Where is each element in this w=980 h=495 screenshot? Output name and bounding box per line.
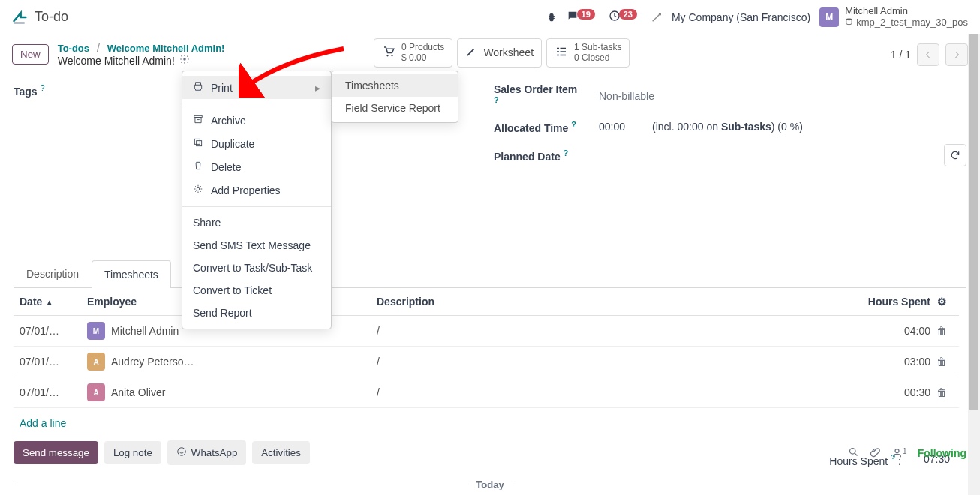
- menu-delete-label: Delete: [211, 161, 241, 173]
- menu-send-sms[interactable]: Send SMS Text Message: [182, 234, 331, 256]
- menu-send-report[interactable]: Send Report: [182, 302, 331, 324]
- svg-point-2: [183, 58, 186, 61]
- alloc-extra-1: (incl. 00:00 on: [652, 121, 721, 133]
- menu-convert-task[interactable]: Convert to Task/Sub-Task: [182, 256, 331, 279]
- menu-print[interactable]: Print ▸: [182, 76, 331, 99]
- add-line-button[interactable]: Add a line: [14, 408, 959, 438]
- app-logo-icon[interactable]: [12, 10, 27, 25]
- stat-worksheet[interactable]: Worksheet: [457, 38, 542, 68]
- cell-date[interactable]: 07/01/…: [20, 386, 80, 398]
- help-icon[interactable]: ?: [564, 148, 569, 158]
- cell-date[interactable]: 07/01/…: [20, 356, 80, 368]
- cell-hours[interactable]: 03:00: [840, 356, 930, 368]
- refresh-button[interactable]: [944, 144, 966, 166]
- cell-description[interactable]: /: [357, 356, 840, 368]
- cell-description[interactable]: /: [357, 325, 840, 337]
- tags-label: Tags: [14, 86, 38, 98]
- menu-convert-ticket-label: Convert to Ticket: [193, 284, 272, 296]
- col-hours[interactable]: Hours Spent: [868, 296, 930, 308]
- settings-icon[interactable]: ⚙: [937, 296, 947, 308]
- svg-point-1: [846, 18, 852, 20]
- tab-description[interactable]: Description: [14, 260, 92, 287]
- alloc-extra-bold: Sub-tasks: [721, 121, 771, 133]
- user-name: Mitchell Admin: [845, 6, 968, 16]
- breadcrumb-root[interactable]: To-dos: [58, 43, 89, 54]
- cell-employee[interactable]: Audrey Peterso…: [111, 356, 194, 368]
- cell-hours[interactable]: 04:00: [840, 325, 930, 337]
- followers-icon[interactable]: 1: [891, 447, 907, 458]
- whatsapp-icon: [176, 446, 187, 459]
- breadcrumb-current[interactable]: Welcome Mitchell Admin!: [107, 43, 225, 54]
- menu-archive-label: Archive: [211, 115, 246, 127]
- menu-add-properties[interactable]: Add Properties: [182, 178, 331, 202]
- menu-add-properties-label: Add Properties: [211, 184, 281, 196]
- whatsapp-button[interactable]: WhatsApp: [167, 440, 247, 465]
- user-menu[interactable]: M Mitchell Admin kmp_2_test_may_30_pos: [819, 6, 968, 28]
- help-icon[interactable]: ?: [571, 120, 576, 129]
- app-title[interactable]: To-do: [35, 9, 68, 25]
- following-button[interactable]: Following: [918, 447, 966, 459]
- sales-order-value[interactable]: Non-billable: [599, 90, 654, 102]
- col-date[interactable]: Date: [20, 296, 42, 308]
- svg-point-4: [391, 55, 392, 56]
- list-icon: [555, 45, 568, 61]
- col-employee[interactable]: Employee: [87, 296, 137, 308]
- cell-employee[interactable]: Anita Oliver: [111, 386, 165, 398]
- svg-point-10: [895, 449, 899, 453]
- scrollbar-thumb[interactable]: [969, 34, 978, 410]
- chat-icon[interactable]: [567, 10, 579, 22]
- search-icon[interactable]: [848, 446, 859, 460]
- planned-date-label: Planned Date: [494, 151, 561, 163]
- trash-icon: [193, 160, 203, 173]
- cell-description[interactable]: /: [357, 386, 840, 398]
- stat-products-top: 0 Products: [401, 42, 444, 52]
- menu-convert-task-label: Convert to Task/Sub-Task: [193, 262, 312, 274]
- attachment-icon[interactable]: [870, 446, 881, 460]
- pager-text[interactable]: 1 / 1: [891, 49, 911, 61]
- trash-icon[interactable]: 🗑: [936, 386, 947, 398]
- breadcrumb-sep: /: [92, 42, 104, 54]
- tools-icon[interactable]: [651, 11, 663, 23]
- pager-next[interactable]: [945, 44, 968, 66]
- cell-date[interactable]: 07/01/…: [20, 325, 80, 337]
- submenu-field-service[interactable]: Field Service Report: [332, 97, 458, 119]
- copy-icon: [193, 137, 203, 150]
- tab-timesheets[interactable]: Timesheets: [92, 260, 171, 288]
- cell-employee[interactable]: Mitchell Admin: [111, 325, 179, 337]
- alloc-extra-2: ) (0 %): [771, 121, 803, 133]
- sales-order-label: Sales Order Item: [494, 83, 577, 95]
- new-button[interactable]: New: [12, 44, 49, 64]
- help-icon[interactable]: ?: [494, 95, 499, 104]
- help-icon[interactable]: ?: [41, 83, 45, 92]
- trash-icon[interactable]: 🗑: [936, 356, 947, 368]
- activities-button[interactable]: Activities: [252, 441, 310, 464]
- trash-icon[interactable]: 🗑: [936, 325, 947, 337]
- menu-delete[interactable]: Delete: [182, 155, 331, 178]
- cell-hours[interactable]: 00:30: [840, 386, 930, 398]
- pager-prev[interactable]: [917, 44, 939, 66]
- table-row[interactable]: 07/01/… M Mitchell Admin / 04:00 🗑: [14, 316, 959, 346]
- send-message-button[interactable]: Send message: [14, 441, 98, 464]
- col-description[interactable]: Description: [377, 296, 434, 308]
- company-selector[interactable]: My Company (San Francisco): [672, 11, 810, 23]
- stat-products[interactable]: 0 Products $ 0.00: [374, 38, 452, 68]
- sort-asc-icon[interactable]: ▲: [45, 298, 53, 307]
- avatar: A: [87, 352, 105, 370]
- menu-archive[interactable]: Archive: [182, 109, 331, 132]
- stat-subtasks[interactable]: 1 Sub-tasks 0 Closed: [546, 38, 630, 68]
- bug-icon[interactable]: [546, 11, 558, 23]
- clock-badge: 23: [619, 9, 637, 20]
- svg-point-9: [850, 448, 856, 454]
- menu-duplicate[interactable]: Duplicate: [182, 132, 331, 155]
- action-menu: Print ▸ Archive Duplicate Delete Add Pro…: [182, 70, 332, 329]
- allocated-time-value[interactable]: 00:00: [599, 121, 625, 133]
- menu-convert-ticket[interactable]: Convert to Ticket: [182, 279, 331, 302]
- log-note-button[interactable]: Log note: [104, 441, 161, 464]
- avatar: M: [87, 322, 105, 340]
- chat-badge: 19: [577, 9, 595, 20]
- menu-share[interactable]: Share: [182, 212, 331, 234]
- table-row[interactable]: 07/01/… A Audrey Peterso… / 03:00 🗑: [14, 346, 959, 377]
- table-row[interactable]: 07/01/… A Anita Oliver / 00:30 🗑: [14, 377, 959, 408]
- submenu-timesheets[interactable]: Timesheets: [332, 74, 458, 97]
- gear-icon[interactable]: [179, 54, 190, 67]
